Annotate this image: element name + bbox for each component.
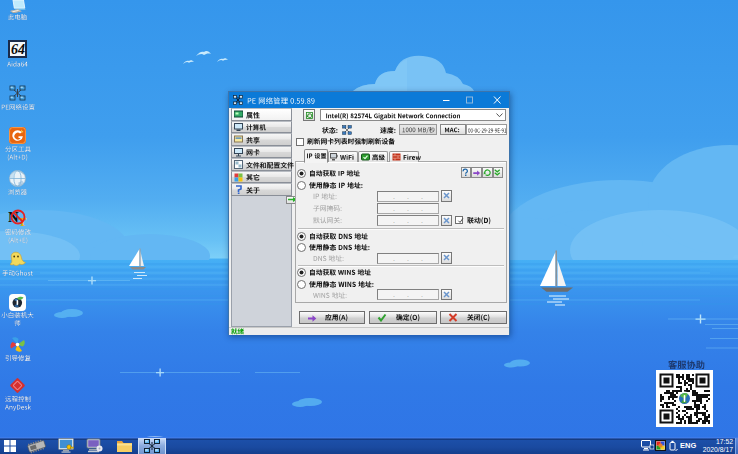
svg-text:64: 64	[11, 42, 25, 57]
